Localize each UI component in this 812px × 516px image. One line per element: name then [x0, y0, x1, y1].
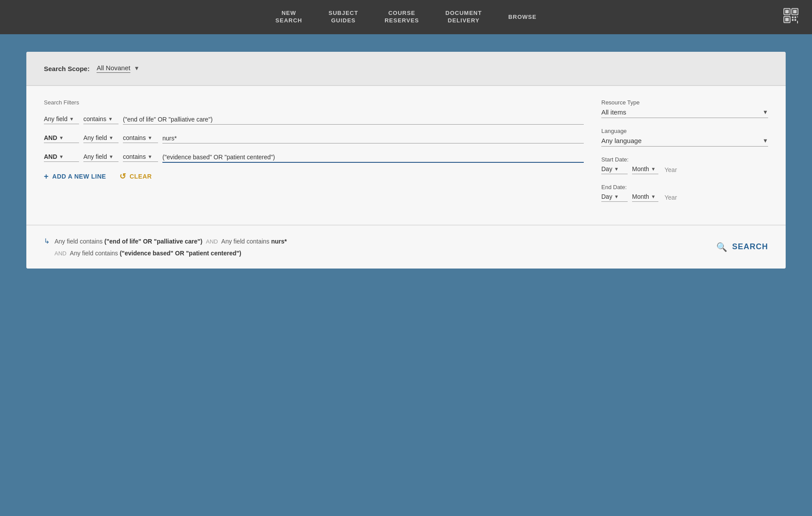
- scope-select-text: All Novanet: [97, 64, 130, 73]
- scope-select[interactable]: All Novanet ▼: [97, 64, 140, 73]
- sum-val2: nurs*: [271, 238, 287, 245]
- nav-new-search[interactable]: NEWSEARCH: [276, 10, 302, 25]
- outer-card: Search Scope: All Novanet ▼ Search Filte…: [26, 52, 786, 269]
- resource-type-arrow: ▼: [762, 109, 768, 116]
- filter-row-2: AND ▼ Any field ▼ contains ▼: [44, 133, 584, 143]
- field-text-3: Any field: [83, 153, 107, 160]
- nav-bar: NEWSEARCH SUBJECTGUIDES COURSERESERVES D…: [0, 0, 812, 34]
- field-arrow-3: ▼: [109, 154, 114, 159]
- filters-title: Search Filters: [44, 99, 584, 106]
- filter-row-1: Any field ▼ contains ▼: [44, 115, 584, 125]
- search-button[interactable]: 🔍 SEARCH: [716, 242, 768, 252]
- end-day-arrow: ▼: [614, 194, 619, 199]
- nav-items: NEWSEARCH SUBJECTGUIDES COURSERESERVES D…: [276, 10, 537, 25]
- resource-type-select[interactable]: All items ▼: [601, 108, 768, 118]
- filters-section: Search Filters Any field ▼ contains ▼: [26, 86, 786, 225]
- main-wrapper: Search Scope: All Novanet ▼ Search Filte…: [0, 34, 812, 286]
- condition-text-3: contains: [123, 153, 146, 160]
- sum-cond3: contains: [95, 250, 120, 257]
- add-line-button[interactable]: + ADD A NEW LINE: [44, 172, 106, 181]
- condition-dropdown-1[interactable]: contains ▼: [83, 115, 119, 124]
- clear-button[interactable]: ↺ CLEAR: [119, 172, 152, 181]
- summary-text: ↳ Any field contains ("end of life" OR "…: [44, 235, 716, 259]
- svg-rect-5: [785, 18, 789, 22]
- start-day-dropdown[interactable]: Day ▼: [601, 165, 628, 174]
- resource-type-label: Resource Type: [601, 99, 768, 106]
- operator-dropdown-2[interactable]: AND ▼: [44, 134, 79, 143]
- scope-select-arrow: ▼: [134, 65, 140, 72]
- language-label: Language: [601, 128, 768, 134]
- svg-rect-7: [794, 17, 796, 18]
- svg-rect-3: [793, 10, 797, 14]
- filter-input-1[interactable]: [123, 115, 584, 125]
- filters-left: Search Filters Any field ▼ contains ▼: [44, 99, 584, 211]
- end-day-dropdown[interactable]: Day ▼: [601, 193, 628, 202]
- start-day-arrow: ▼: [614, 166, 619, 172]
- condition-dropdown-3[interactable]: contains ▼: [123, 153, 158, 162]
- language-group: Language Any language ▼: [601, 128, 768, 147]
- sum-field1: Any field: [54, 238, 80, 245]
- end-day-text: Day: [601, 193, 612, 200]
- operator-text-3: AND: [44, 153, 57, 160]
- operator-text-2: AND: [44, 134, 57, 141]
- language-arrow: ▼: [762, 137, 768, 144]
- condition-text-1: contains: [83, 115, 106, 122]
- condition-dropdown-2[interactable]: contains ▼: [123, 134, 158, 143]
- refresh-icon: ↺: [119, 172, 126, 181]
- condition-text-2: contains: [123, 134, 146, 141]
- sum-op1: AND: [206, 238, 219, 245]
- search-icon: 🔍: [716, 242, 728, 252]
- language-select[interactable]: Any language ▼: [601, 137, 768, 147]
- plus-icon: +: [44, 172, 49, 181]
- filter-input-2[interactable]: [162, 133, 584, 143]
- start-month-arrow: ▼: [651, 166, 656, 172]
- field-arrow-1: ▼: [69, 116, 74, 122]
- field-text-2: Any field: [83, 134, 107, 141]
- svg-rect-11: [797, 21, 798, 24]
- start-date-row: Day ▼ Month ▼ Year: [601, 165, 768, 174]
- qr-icon[interactable]: [783, 8, 799, 27]
- summary-arrow-icon: ↳: [44, 237, 50, 245]
- nav-document-delivery[interactable]: DOCUMENTDELIVERY: [446, 10, 482, 25]
- operator-dropdown-3[interactable]: AND ▼: [44, 153, 79, 162]
- sum-val3: ("evidence based" OR "patient centered"): [120, 250, 241, 257]
- sum-val1: ("end of life" OR "palliative care"): [104, 238, 204, 245]
- condition-arrow-2: ▼: [147, 135, 152, 140]
- resource-type-value: All items: [601, 108, 626, 116]
- end-month-dropdown[interactable]: Month ▼: [632, 193, 658, 202]
- nav-subject-guides[interactable]: SUBJECTGUIDES: [329, 10, 359, 25]
- summary-bar: ↳ Any field contains ("end of life" OR "…: [26, 225, 786, 269]
- field-dropdown-3[interactable]: Any field ▼: [83, 153, 119, 162]
- end-month-arrow: ▼: [651, 194, 656, 199]
- operator-arrow-2: ▼: [59, 135, 64, 140]
- condition-arrow-1: ▼: [108, 116, 113, 122]
- sum-field3: Any field: [70, 250, 95, 257]
- nav-course-reserves[interactable]: COURSERESERVES: [384, 10, 419, 25]
- start-year-text: Year: [665, 166, 677, 173]
- sum-cond1: contains: [80, 238, 104, 245]
- svg-rect-8: [792, 19, 794, 21]
- start-month-text: Month: [632, 165, 649, 172]
- language-value: Any language: [601, 137, 642, 144]
- nav-browse[interactable]: BROWSE: [508, 14, 537, 21]
- field-arrow-2: ▼: [109, 135, 114, 140]
- svg-rect-9: [794, 19, 796, 21]
- field-dropdown-2[interactable]: Any field ▼: [83, 134, 119, 143]
- filter-input-3[interactable]: [162, 152, 584, 163]
- field-text-1: Any field: [44, 115, 68, 122]
- resource-type-group: Resource Type All items ▼: [601, 99, 768, 118]
- field-dropdown-1[interactable]: Any field ▼: [44, 115, 79, 124]
- scope-label: Search Scope:: [44, 65, 90, 72]
- sum-op2: AND: [54, 250, 68, 257]
- svg-rect-1: [785, 10, 789, 14]
- start-month-dropdown[interactable]: Month ▼: [632, 165, 658, 174]
- start-date-group: Start Date: Day ▼ Month ▼ Year: [601, 156, 768, 174]
- sum-field2: Any field: [221, 238, 247, 245]
- end-month-text: Month: [632, 193, 649, 200]
- start-day-text: Day: [601, 165, 612, 172]
- condition-arrow-3: ▼: [147, 154, 152, 159]
- filters-right: Resource Type All items ▼ Language Any l…: [601, 99, 768, 211]
- search-btn-label: SEARCH: [732, 242, 768, 251]
- sum-cond2: contains: [247, 238, 271, 245]
- svg-rect-6: [792, 17, 794, 18]
